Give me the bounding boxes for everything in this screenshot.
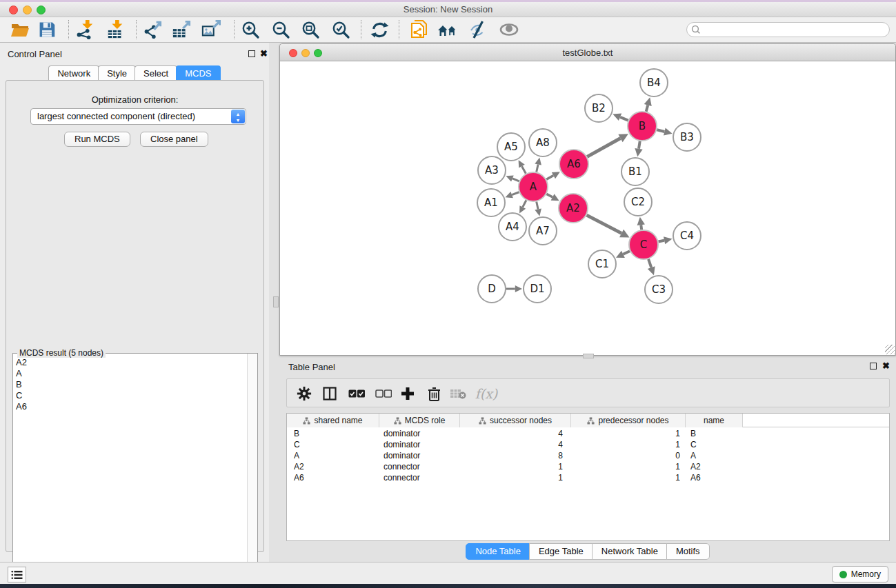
column-header-name[interactable]: name <box>686 414 743 427</box>
export-table-button[interactable] <box>170 19 193 41</box>
network-minimize-button[interactable] <box>301 49 310 57</box>
graph-edge-A-A8[interactable] <box>537 164 538 172</box>
graph-edge-A-A7[interactable] <box>537 201 538 209</box>
graph-edge-B-B1[interactable] <box>639 141 640 149</box>
zoom-fit-button[interactable] <box>299 19 322 41</box>
minimize-window-button[interactable] <box>23 6 32 14</box>
close-panel-button[interactable]: Close panel <box>140 132 208 147</box>
graph-edge-A-A1[interactable] <box>512 192 519 195</box>
network-canvas[interactable]: B4B2BB3A5A8A6B1A3AC2A1A2A4A7C4CC1C3DD1 <box>281 61 895 355</box>
column-header-mcds-role[interactable]: MCDS role <box>379 414 460 427</box>
graph-node-label-A3: A3 <box>485 164 499 176</box>
network-close-button[interactable] <box>289 49 297 57</box>
table-row[interactable]: A2connector11A2 <box>287 461 889 472</box>
maximize-window-button[interactable] <box>37 6 46 14</box>
first-neighbors-button[interactable] <box>436 19 459 41</box>
graph-node-label-C2: C2 <box>631 196 645 208</box>
table-row[interactable]: A6connector11A6 <box>287 472 889 483</box>
float-panel-icon[interactable] <box>248 50 255 57</box>
graph-edge-C-C3[interactable] <box>648 259 651 267</box>
result-scrollbar[interactable] <box>247 354 257 587</box>
delete-table-button[interactable] <box>448 384 468 403</box>
result-item-b[interactable]: B <box>13 378 248 389</box>
run-mcds-button[interactable]: Run MCDS <box>64 132 130 147</box>
function-builder-button[interactable]: f(x) <box>472 384 501 403</box>
column-header-successor-nodes[interactable]: successor nodes <box>460 414 571 427</box>
memory-button[interactable]: Memory <box>832 566 888 582</box>
tab-network[interactable]: Network <box>48 65 99 81</box>
tab-node-table[interactable]: Node Table <box>466 543 530 560</box>
graph-edge-A2-C[interactable] <box>587 215 622 233</box>
result-item-a2[interactable]: A2 <box>13 356 248 367</box>
search-input[interactable] <box>686 22 890 37</box>
column-label: MCDS role <box>405 416 446 425</box>
table-close-icon[interactable]: ✖ <box>882 363 890 369</box>
network-resize-grip[interactable] <box>885 345 895 354</box>
plus-icon <box>401 387 415 401</box>
graph-edge-C-C4[interactable] <box>659 241 665 242</box>
tab-select[interactable]: Select <box>135 65 177 81</box>
optimization-criterion-select[interactable]: largest connected component (directed) ▲… <box>30 108 246 125</box>
result-item-a6[interactable]: A6 <box>13 401 248 412</box>
table-row[interactable]: Adominator80A <box>287 450 889 461</box>
export-network-button[interactable] <box>141 19 164 41</box>
save-session-button[interactable] <box>35 19 59 41</box>
tab-mcds[interactable]: MCDS <box>176 65 220 81</box>
column-header-shared-name[interactable]: shared name <box>287 414 379 427</box>
zoom-out-button[interactable] <box>269 19 292 41</box>
graph-edge-B-B3[interactable] <box>657 130 664 132</box>
graph-arrowhead <box>535 208 541 216</box>
tab-edge-table[interactable]: Edge Table <box>529 543 593 560</box>
table-settings-button[interactable] <box>294 384 315 403</box>
column-header-predecessor-nodes[interactable]: predecessor nodes <box>571 414 686 427</box>
show-all-button[interactable] <box>497 19 521 41</box>
select-all-columns-button[interactable] <box>346 384 367 403</box>
zoom-in-button[interactable] <box>239 19 262 41</box>
table-row[interactable]: Cdominator41C <box>287 439 889 450</box>
graph-node-label-A6: A6 <box>567 158 581 170</box>
graph-edge-A-A4[interactable] <box>523 201 526 207</box>
graph-edge-B-B2[interactable] <box>620 117 628 121</box>
show-columns-button[interactable] <box>319 384 340 403</box>
unselect-all-columns-button[interactable] <box>373 384 394 403</box>
import-table-button[interactable] <box>104 19 128 41</box>
graph-edge-A6-B[interactable] <box>587 138 620 156</box>
open-session-button[interactable] <box>8 19 32 41</box>
graph-node-label-A1: A1 <box>484 196 498 209</box>
graph-edge-A-A2[interactable] <box>546 194 552 197</box>
tab-network-table[interactable]: Network Table <box>592 543 668 560</box>
zoom-selected-button[interactable] <box>329 19 352 41</box>
import-network-button[interactable] <box>73 19 97 41</box>
new-network-from-selection-button[interactable] <box>407 19 430 41</box>
result-item-c[interactable]: C <box>13 389 248 401</box>
graph-edge-C-C2[interactable] <box>641 225 641 230</box>
cell-successor-nodes: 1 <box>460 472 571 483</box>
graph-arrowhead <box>664 128 673 135</box>
graph-edge-C-C1[interactable] <box>623 251 630 254</box>
close-window-button[interactable] <box>9 6 18 14</box>
export-image-button[interactable] <box>199 19 223 41</box>
add-column-button[interactable] <box>397 384 418 403</box>
node-table[interactable]: shared nameMCDS rolesuccessor nodesprede… <box>286 413 890 541</box>
attribute-icon <box>394 417 401 425</box>
tab-motifs[interactable]: Motifs <box>666 543 710 560</box>
table-float-icon[interactable] <box>870 363 877 369</box>
graph-edge-A-A3[interactable] <box>512 179 519 181</box>
graph-edge-A-A6[interactable] <box>546 176 553 180</box>
network-window-titlebar[interactable]: testGlobe.txt <box>280 44 895 61</box>
mcds-result-list[interactable]: A2ABCA6 <box>13 356 248 587</box>
delete-columns-button[interactable] <box>424 384 444 403</box>
optimization-criterion-label: Optimization criterion: <box>6 94 263 105</box>
task-history-button[interactable] <box>8 567 26 582</box>
tab-style[interactable]: Style <box>98 65 136 81</box>
graph-edge-B-B4[interactable] <box>646 105 648 111</box>
close-panel-icon[interactable]: ✖ <box>260 50 268 57</box>
result-item-a[interactable]: A <box>13 367 248 378</box>
table-row[interactable]: Bdominator41B <box>287 428 889 439</box>
network-maximize-button[interactable] <box>314 49 322 57</box>
graph-edge-A-A5[interactable] <box>522 166 526 174</box>
refresh-network-button[interactable] <box>368 19 391 41</box>
vertical-split-grip[interactable] <box>273 296 279 307</box>
hide-selected-button[interactable] <box>466 19 490 41</box>
eye-slash-icon <box>468 20 488 39</box>
